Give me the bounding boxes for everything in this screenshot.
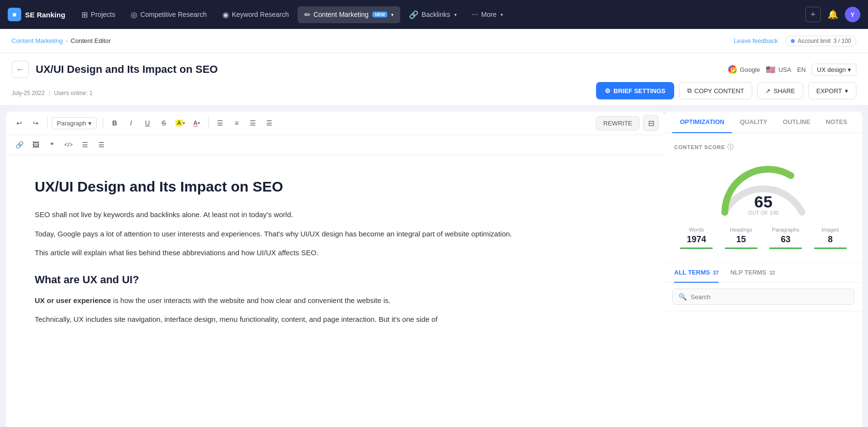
redo-button[interactable]: ↪ (28, 115, 43, 131)
bell-icon[interactable]: 🔔 (825, 6, 841, 23)
nav-keyword-research-label: Keyword Research (232, 11, 289, 18)
google-icon: G (728, 65, 737, 74)
lang-region-row: G Google 🇺🇸 USA EN UX design ▾ (728, 64, 856, 76)
google-label: Google (740, 66, 760, 73)
header-buttons: ⚙ BRIEF SETTINGS ⧉ COPY CONTENT ↗ SHARE … (596, 82, 856, 99)
align-right-button[interactable]: ☰ (245, 115, 261, 131)
tab-notes[interactable]: NOTES (818, 111, 855, 133)
export-arrow-icon: ▾ (845, 87, 848, 95)
terms-tabs: ALL TERMS 37 NLP TERMS 32 (665, 263, 862, 283)
highlight-button[interactable]: A ▾ (173, 115, 188, 131)
add-button[interactable]: + (805, 7, 821, 22)
underline-button[interactable]: U (140, 115, 155, 131)
bold-button[interactable]: B (107, 115, 122, 131)
topnav-actions: + 🔔 Y (805, 6, 860, 23)
undo-button[interactable]: ↩ (12, 115, 27, 131)
terms-search-input-wrap[interactable]: 🔍 (672, 289, 854, 305)
nav-keyword-research[interactable]: ◉ Keyword Research (216, 6, 296, 23)
tab-outline[interactable]: OUTLINE (775, 111, 818, 133)
nav-content-marketing[interactable]: ✏ Content Marketing NEW ▾ (298, 6, 400, 23)
rewrite-button[interactable]: REWRITE (596, 116, 639, 130)
nav-projects-label: Projects (91, 11, 115, 18)
align-left-button[interactable]: ☰ (213, 115, 228, 131)
blockquote-button[interactable]: ❝ (44, 137, 60, 152)
align-center-button[interactable]: ≡ (229, 115, 244, 131)
highlight-icon: A (176, 120, 183, 126)
back-button[interactable]: ← (12, 61, 29, 78)
keyword-label: UX design (817, 66, 846, 73)
format-settings-button[interactable]: ⊟ (643, 115, 659, 131)
nav-competitive-research-label: Competitive Research (140, 11, 207, 18)
header-area: ← UX/UI Design and Its Impact on SEO G G… (0, 53, 868, 106)
paragraphs-bar (769, 248, 802, 249)
region-selector[interactable]: 🇺🇸 USA (766, 65, 791, 74)
account-limit-label: Account limit (798, 38, 830, 44)
top-navigation: ■ SE Ranking ⊞ Projects ◎ Competitive Re… (0, 0, 868, 29)
panel-tabs: OPTIMIZATION QUALITY OUTLINE NOTES (665, 111, 862, 133)
search-icon: 🔍 (678, 293, 687, 301)
svg-text:65: 65 (754, 193, 773, 211)
align-justify-button[interactable]: ☰ (262, 115, 277, 131)
font-color-button[interactable]: A ▾ (189, 115, 204, 131)
unordered-list-button[interactable]: ☰ (77, 137, 93, 152)
intro-rest-text: is how the user interacts with the websi… (111, 296, 391, 304)
nav-backlinks[interactable]: 🔗 Backlinks ▾ (402, 6, 463, 23)
keyword-dropdown[interactable]: UX design ▾ (812, 64, 856, 76)
image-button[interactable]: 🖼 (28, 137, 43, 152)
editor-panel: ↩ ↪ Paragraph ▾ B I U S A ▾ A ▾ ☰ ≡ ☰ (6, 111, 665, 427)
italic-button[interactable]: I (123, 115, 139, 131)
nav-more-label: More (481, 11, 497, 18)
breadcrumb-parent[interactable]: Content Marketing (12, 37, 63, 44)
google-selector[interactable]: G Google (728, 65, 760, 74)
stats-row: Words 1974 Headings 15 Paragraphs 63 Ima… (674, 223, 853, 255)
gauge-container: 65 OUT OF 100 (674, 159, 853, 217)
language-selector[interactable]: EN (797, 66, 806, 73)
editor-paragraph-2: Today, Google pays a lot of attention to… (35, 228, 636, 240)
nav-competitive-research[interactable]: ◎ Competitive Research (124, 6, 214, 23)
user-avatar[interactable]: Y (845, 7, 860, 22)
terms-section: ALL TERMS 37 NLP TERMS 32 🔍 (665, 263, 862, 427)
more-arrow: ▾ (501, 12, 503, 17)
images-bar (814, 248, 847, 249)
toolbar-separator-3 (208, 117, 209, 129)
account-limit: Account limit 3 / 100 (786, 36, 856, 46)
breadcrumb-actions: Leave feedback Account limit 3 / 100 (733, 36, 856, 46)
stat-headings: Headings 15 (719, 223, 764, 255)
bold-intro-text: UX or user experience (35, 296, 111, 304)
export-button[interactable]: EXPORT ▾ (808, 82, 856, 99)
editor-content[interactable]: UX/UI Design and Its Impact on SEO SEO s… (6, 155, 665, 427)
tab-optimization[interactable]: OPTIMIZATION (672, 111, 732, 133)
editor-paragraph-3: This article will explain what lies behi… (35, 247, 636, 259)
leave-feedback-link[interactable]: Leave feedback (733, 37, 778, 44)
editor-toolbar-row2: 🔗 🖼 ❝ </> ☰ ☰ (6, 135, 665, 155)
date-label: July-25 2022 (12, 90, 45, 96)
nav-content-marketing-label: Content Marketing (313, 11, 368, 18)
ordered-list-button[interactable]: ☰ (94, 137, 109, 152)
paragraph-style-dropdown[interactable]: Paragraph ▾ (52, 117, 97, 129)
competitive-research-icon: ◎ (131, 10, 137, 19)
main-area: ↩ ↪ Paragraph ▾ B I U S A ▾ A ▾ ☰ ≡ ☰ (0, 106, 868, 427)
link-button[interactable]: 🔗 (12, 137, 27, 152)
nav-projects[interactable]: ⊞ Projects (75, 6, 122, 23)
logo[interactable]: ■ SE Ranking (8, 8, 65, 21)
strikethrough-button[interactable]: S (156, 115, 172, 131)
code-button[interactable]: </> (61, 137, 76, 152)
breadcrumb-separator: › (66, 37, 68, 44)
copy-content-button[interactable]: ⧉ COPY CONTENT (679, 82, 752, 99)
content-score-info-icon: ⓘ (727, 143, 734, 152)
terms-tab-nlp[interactable]: NLP TERMS 32 (730, 263, 775, 283)
editor-paragraph-1: SEO shall not live by keywords and backl… (35, 208, 636, 221)
brief-settings-button[interactable]: ⚙ BRIEF SETTINGS (596, 82, 674, 99)
terms-search-input[interactable] (691, 293, 848, 301)
nav-more[interactable]: ··· More ▾ (465, 6, 510, 23)
tab-quality[interactable]: QUALITY (732, 111, 775, 133)
editor-main-heading: UX/UI Design and Its Impact on SEO (35, 174, 636, 199)
terms-tab-all[interactable]: ALL TERMS 37 (674, 263, 719, 283)
language-label: EN (797, 66, 806, 73)
terms-search-bar: 🔍 (665, 283, 862, 311)
share-button[interactable]: ↗ SHARE (757, 82, 803, 99)
backlinks-arrow: ▾ (454, 12, 457, 17)
header-top-row: ← UX/UI Design and Its Impact on SEO G G… (12, 53, 856, 78)
new-badge: NEW (372, 12, 387, 17)
dropdown-arrow-icon: ▾ (88, 120, 92, 127)
